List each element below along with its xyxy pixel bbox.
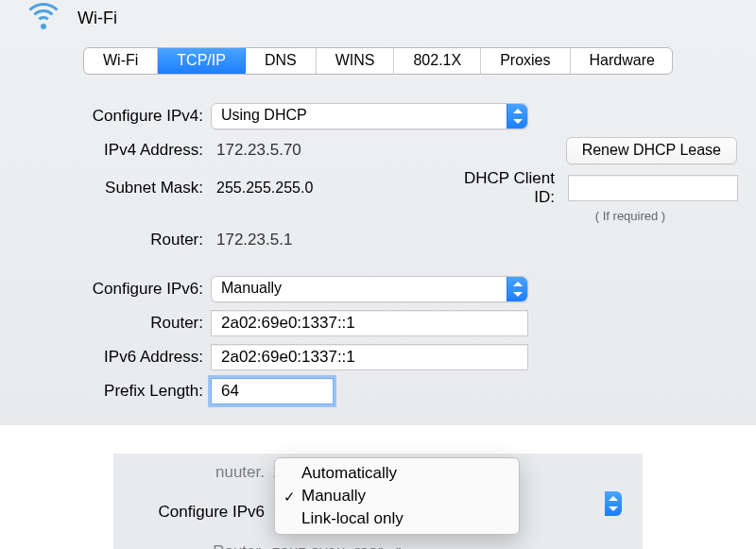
tab-wins[interactable]: WINS [317, 48, 395, 74]
label-prefix-length: Prefix Length: [0, 382, 203, 401]
label-subnet-mask: Subnet Mask: [0, 179, 203, 197]
panel-title: Wi-Fi [77, 9, 117, 28]
tab-hardware[interactable]: Hardware [571, 48, 673, 74]
dhcp-client-id-field[interactable] [568, 175, 738, 201]
fragment-router2-value: zauz.oveu. roor.. r [272, 542, 401, 549]
configure-ipv6-menu: Automatically ✓ Manually Link-local only [274, 457, 520, 535]
menu-item-label: Automatically [301, 464, 397, 482]
label-dhcp-client-id: DHCP Client ID: [441, 169, 555, 207]
tab-dns[interactable]: DNS [246, 48, 317, 74]
label-router-v6: Router: [0, 314, 203, 333]
fragment-config-ipv6-menu: nuuter. 172.20.0.1 Configure IPv6 Router… [113, 454, 643, 549]
updown-icon [507, 104, 527, 129]
network-panel: Wi-Fi Wi-Fi TCP/IP DNS WINS 802.1X Proxi… [0, 0, 756, 425]
label-configure-ipv4: Configure IPv4: [0, 107, 203, 126]
menu-item-label: Link-local only [301, 509, 404, 527]
renew-dhcp-lease-button[interactable]: Renew DHCP Lease [566, 137, 737, 164]
value-subnet-mask: 255.255.255.0 [211, 180, 434, 197]
select-configure-ipv6[interactable]: Manually [211, 276, 528, 302]
tab-proxies[interactable]: Proxies [481, 48, 570, 74]
fragment-label-configure-ipv6: Configure IPv6 [132, 503, 265, 522]
updown-icon [605, 491, 622, 516]
menu-item-link-local-only[interactable]: Link-local only [275, 507, 519, 530]
hint-if-required: ( If required ) [545, 209, 715, 223]
panel-header: Wi-Fi [0, 0, 756, 36]
updown-icon [507, 277, 527, 301]
label-ipv6-address: IPv6 Address: [0, 348, 203, 367]
select-configure-ipv4[interactable]: Using DHCP [211, 103, 528, 129]
router-v6-field[interactable] [211, 310, 528, 336]
fragment-router2-label: Router. [132, 542, 265, 549]
menu-item-automatically[interactable]: Automatically [275, 462, 519, 485]
label-configure-ipv6: Configure IPv6: [0, 280, 203, 299]
tab-tcpip[interactable]: TCP/IP [158, 48, 246, 74]
select-configure-ipv4-value: Using DHCP [221, 107, 307, 123]
label-ipv4-address: IPv4 Address: [0, 141, 203, 160]
tab-bar: Wi-Fi TCP/IP DNS WINS 802.1X Proxies Har… [83, 47, 673, 75]
tab-wifi[interactable]: Wi-Fi [84, 48, 158, 74]
value-router-v4: 172.23.5.1 [211, 231, 528, 249]
select-configure-ipv6-value: Manually [221, 280, 282, 296]
prefix-length-field[interactable] [211, 378, 334, 404]
tcpip-form: Configure IPv4: Using DHCP IPv4 Address:… [0, 99, 756, 408]
check-icon: ✓ [284, 489, 296, 506]
fragment-router-label: nuuter. [132, 463, 265, 482]
wifi-icon [23, 4, 64, 32]
value-ipv4-address: 172.23.5.70 [211, 141, 528, 160]
ipv6-address-field[interactable] [211, 344, 528, 370]
tab-8021x[interactable]: 802.1X [394, 48, 481, 74]
menu-item-manually[interactable]: ✓ Manually [275, 485, 519, 507]
menu-item-label: Manually [301, 487, 366, 505]
label-router-v4: Router: [0, 231, 203, 249]
